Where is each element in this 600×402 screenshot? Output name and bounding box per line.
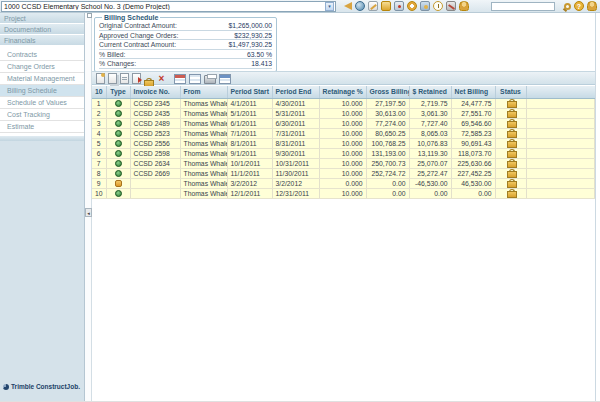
- period-start-cell[interactable]: 3/2/2012: [227, 178, 272, 188]
- table-row[interactable]: 4 CCSD 2523 Thomas Whaley 7/1/2011 7/31/…: [92, 128, 595, 138]
- settings-icon[interactable]: [446, 1, 456, 11]
- summary-collapse-checkbox[interactable]: [87, 13, 92, 18]
- search-input[interactable]: [491, 2, 555, 11]
- period-end-cell[interactable]: 10/31/2011: [272, 158, 319, 168]
- period-end-cell[interactable]: 5/31/2011: [272, 108, 319, 118]
- gross-billing-cell[interactable]: 131,193.00: [366, 148, 409, 158]
- period-start-cell[interactable]: 4/1/2011: [227, 98, 272, 108]
- net-billing-cell[interactable]: 227,452.25: [451, 168, 495, 178]
- from-cell[interactable]: Thomas Whaley: [180, 138, 227, 148]
- gross-billing-cell[interactable]: 27,197.50: [366, 98, 409, 108]
- schedule-icon[interactable]: [407, 1, 417, 11]
- retained-cell[interactable]: 25,070.07: [409, 158, 451, 168]
- net-billing-cell[interactable]: 225,630.66: [451, 158, 495, 168]
- period-start-cell[interactable]: 7/1/2011: [227, 128, 272, 138]
- period-start-cell[interactable]: 5/1/2011: [227, 108, 272, 118]
- col-header-gross-billing[interactable]: Gross Billing: [366, 86, 409, 98]
- from-cell[interactable]: Thomas Whaley: [180, 118, 227, 128]
- col-header-type[interactable]: Type: [106, 86, 130, 98]
- sidebar-item-billing-schedule[interactable]: Billing Schedule: [0, 85, 84, 97]
- net-billing-cell[interactable]: 72,585.23: [451, 128, 495, 138]
- monitor-icon[interactable]: [394, 1, 404, 11]
- chevron-down-icon[interactable]: ▾: [325, 2, 334, 11]
- period-start-cell[interactable]: 9/1/2011: [227, 148, 272, 158]
- retainage-cell[interactable]: 10.000: [319, 118, 366, 128]
- period-start-cell[interactable]: 11/1/2011: [227, 168, 272, 178]
- gross-billing-cell[interactable]: 0.00: [366, 178, 409, 188]
- collapse-sidebar-button[interactable]: ◂: [85, 208, 92, 217]
- sidebar-item-material-management[interactable]: Material Management: [0, 73, 84, 85]
- retainage-cell[interactable]: 10.000: [319, 188, 366, 198]
- period-end-cell[interactable]: 9/30/2011: [272, 148, 319, 158]
- sidebar-item-schedule-of-values[interactable]: Schedule of Values: [0, 97, 84, 109]
- grid-red-icon[interactable]: [174, 74, 186, 84]
- delete-record-icon[interactable]: ×: [156, 73, 167, 84]
- invoice-no-cell[interactable]: CCSD 2598: [130, 148, 180, 158]
- col-header-from[interactable]: From: [180, 86, 227, 98]
- add-record-icon[interactable]: [96, 73, 105, 84]
- retainage-cell[interactable]: 10.000: [319, 148, 366, 158]
- sidebar-item-financials[interactable]: Financials: [0, 35, 84, 46]
- sidebar-item-project[interactable]: Project: [0, 13, 84, 24]
- view-record-icon[interactable]: [120, 73, 129, 84]
- retained-cell[interactable]: -46,530.00: [409, 178, 451, 188]
- grid-blue-icon[interactable]: [219, 74, 231, 84]
- table-row[interactable]: 1 CCSD 2345 Thomas Whaley 4/1/2011 4/30/…: [92, 98, 595, 108]
- table-row[interactable]: 2 CCSD 2435 Thomas Whaley 5/1/2011 5/31/…: [92, 108, 595, 118]
- scrollbar-track[interactable]: [595, 13, 600, 402]
- period-start-cell[interactable]: 8/1/2011: [227, 138, 272, 148]
- net-billing-cell[interactable]: 0.00: [451, 188, 495, 198]
- resources-icon[interactable]: [420, 1, 430, 11]
- period-end-cell[interactable]: 7/31/2011: [272, 128, 319, 138]
- retainage-cell[interactable]: 10.000: [319, 128, 366, 138]
- lock-record-icon[interactable]: [144, 73, 153, 84]
- from-cell[interactable]: Thomas Whaley: [180, 188, 227, 198]
- table-row[interactable]: 5 CCSD 2556 Thomas Whaley 8/1/2011 8/31/…: [92, 138, 595, 148]
- retained-cell[interactable]: 25,272.47: [409, 168, 451, 178]
- from-cell[interactable]: Thomas Whaley: [180, 148, 227, 158]
- period-end-cell[interactable]: 6/30/2011: [272, 118, 319, 128]
- print-icon[interactable]: [204, 75, 216, 84]
- period-end-cell[interactable]: 3/2/2012: [272, 178, 319, 188]
- invoice-no-cell[interactable]: CCSD 2556: [130, 138, 180, 148]
- folder-icon[interactable]: [381, 1, 391, 11]
- table-row[interactable]: 7 CCSD 2634 Thomas Whaley 10/1/2011 10/3…: [92, 158, 595, 168]
- export-record-icon[interactable]: [132, 73, 141, 84]
- clock-icon[interactable]: [433, 1, 443, 11]
- net-billing-cell[interactable]: 118,073.70: [451, 148, 495, 158]
- sidebar-item-documentation[interactable]: Documentation: [0, 24, 84, 35]
- col-header-retained[interactable]: $ Retained: [409, 86, 451, 98]
- table-row[interactable]: 8 CCSD 2669 Thomas Whaley 11/1/2011 11/3…: [92, 168, 595, 178]
- retainage-cell[interactable]: 0.000: [319, 178, 366, 188]
- invoice-no-cell[interactable]: CCSD 2669: [130, 168, 180, 178]
- invoice-no-cell[interactable]: [130, 188, 180, 198]
- search-icon[interactable]: [564, 3, 571, 10]
- copy-record-icon[interactable]: [108, 73, 117, 84]
- table-row[interactable]: 10 Thomas Whaley 12/1/2011 12/31/2011 10…: [92, 188, 595, 198]
- invoice-no-cell[interactable]: CCSD 2435: [130, 108, 180, 118]
- globe-icon[interactable]: [355, 1, 365, 11]
- retainage-cell[interactable]: 10.000: [319, 168, 366, 178]
- from-cell[interactable]: Thomas Whaley: [180, 168, 227, 178]
- period-start-cell[interactable]: 10/1/2011: [227, 158, 272, 168]
- sidebar-item-change-orders[interactable]: Change Orders: [0, 61, 84, 73]
- invoice-no-cell[interactable]: CCSD 2345: [130, 98, 180, 108]
- table-row[interactable]: 6 CCSD 2598 Thomas Whaley 9/1/2011 9/30/…: [92, 148, 595, 158]
- from-cell[interactable]: Thomas Whaley: [180, 178, 227, 188]
- col-header-invoice-no[interactable]: Invoice No.: [130, 86, 180, 98]
- col-header-period-end[interactable]: Period End: [272, 86, 319, 98]
- col-header-period-start[interactable]: Period Start: [227, 86, 272, 98]
- period-end-cell[interactable]: 11/30/2011: [272, 168, 319, 178]
- invoice-no-cell[interactable]: CCSD 2489: [130, 118, 180, 128]
- sidebar-item-cost-tracking[interactable]: Cost Tracking: [0, 109, 84, 121]
- retained-cell[interactable]: 13,119.30: [409, 148, 451, 158]
- help-icon[interactable]: ?: [574, 1, 584, 11]
- col-header-net-billing[interactable]: Net Billing: [451, 86, 495, 98]
- gross-billing-cell[interactable]: 0.00: [366, 188, 409, 198]
- gross-billing-cell[interactable]: 77,274.00: [366, 118, 409, 128]
- sidebar-splitter[interactable]: ◂: [85, 13, 92, 402]
- retained-cell[interactable]: 3,061.30: [409, 108, 451, 118]
- invoice-no-cell[interactable]: CCSD 2523: [130, 128, 180, 138]
- back-icon[interactable]: [344, 2, 352, 10]
- retained-cell[interactable]: 8,065.03: [409, 128, 451, 138]
